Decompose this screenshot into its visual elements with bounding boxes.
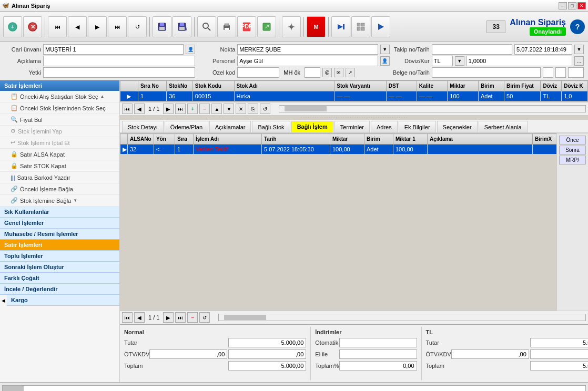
help-button[interactable]: ? <box>570 19 585 34</box>
upper-remove-btn[interactable]: − <box>199 104 210 114</box>
takip-tarih-input[interactable] <box>514 44 572 55</box>
at-btn[interactable]: @ <box>322 68 332 77</box>
tab-terminler[interactable]: Terminler <box>334 121 370 132</box>
personel-input[interactable] <box>237 56 378 66</box>
arrow-right-button[interactable] <box>331 16 350 37</box>
lower-refresh-btn[interactable]: ↺ <box>199 312 210 323</box>
cari-unvani-btn[interactable]: 👤 <box>186 45 195 54</box>
sidebar-group-kargo[interactable]: Kargo <box>7 295 119 306</box>
sidebar-item-stok-islem[interactable]: ⚙ Stok İşlemini Yap <box>0 126 119 137</box>
summary-otomatik-value[interactable] <box>339 338 417 347</box>
grid-button[interactable] <box>351 16 370 37</box>
minimize-button[interactable]: ─ <box>559 2 567 9</box>
sidebar-group-incele[interactable]: İncele / Değerlendir <box>0 284 119 295</box>
sidebar-group-sik[interactable]: Sık Kullanılanlar <box>0 207 119 218</box>
belge-tarih1[interactable] <box>543 67 553 78</box>
save-button[interactable] <box>153 16 171 37</box>
nokta-input[interactable] <box>237 44 378 55</box>
sidebar-item-fiyat-bul[interactable]: 🔍 Fiyat Bul <box>0 114 119 126</box>
summary-tl-tutar-value[interactable] <box>530 338 588 347</box>
share-btn[interactable]: ↗ <box>346 68 355 77</box>
upper-last-btn[interactable]: ⏭ <box>175 104 186 114</box>
play-button[interactable]: ▶ <box>88 16 107 37</box>
upper-up-btn[interactable]: ▲ <box>211 104 222 114</box>
close-button[interactable]: ✕ <box>577 2 586 9</box>
lower-table-row[interactable]: ▶ 32 <- 1 Verilen Teklif 5.07.2022 18:05… <box>120 145 557 155</box>
maximize-button[interactable]: □ <box>568 2 576 9</box>
belge-tarih3[interactable] <box>568 67 584 78</box>
mrp-button[interactable]: MRP/ <box>559 156 586 164</box>
sidebar-group-sonraki[interactable]: Sonraki İşlem Oluştur <box>0 262 119 273</box>
upper-prev-btn[interactable]: ◀ <box>134 104 145 114</box>
belge-no-input[interactable] <box>432 67 541 78</box>
summary-tl-toplam-value[interactable] <box>530 361 588 371</box>
kur-btn[interactable]: … <box>574 56 584 66</box>
takip-tarih-btn[interactable]: ▼ <box>574 45 584 54</box>
sidebar-item-stok-kapat[interactable]: 🔒 Satır STOK Kapat <box>0 160 119 172</box>
lower-prev-btn[interactable]: ◀ <box>134 312 145 323</box>
summary-tl-otv-v1[interactable] <box>451 349 529 359</box>
export-button[interactable]: ↗ <box>257 16 276 37</box>
tab-bagli-stok[interactable]: Bağlı Stok <box>252 121 290 132</box>
refresh-button[interactable]: ↺ <box>128 16 147 37</box>
takip-input[interactable] <box>432 44 512 55</box>
lower-h-scrollbar[interactable] <box>218 314 586 321</box>
tab-serbest-alanla[interactable]: Serbest Alanla <box>479 121 528 132</box>
tab-bagli-islem[interactable]: Bağlı İşlem <box>291 121 333 132</box>
next-button[interactable]: ⏭ <box>108 16 127 37</box>
cari-unvani-input[interactable] <box>43 44 184 55</box>
upper-table-row[interactable]: ▶ 1 36 00015 Hırka — — — — — — 100 Adet … <box>120 91 588 101</box>
summary-el-ile-value[interactable] <box>339 349 417 359</box>
mh-ok-input[interactable] <box>305 67 320 78</box>
tab-aciklamalar[interactable]: Açıklamalar <box>209 121 251 132</box>
lower-next-btn[interactable]: ▶ <box>163 312 174 323</box>
sidebar-group-satir[interactable]: Satır İşlemleri <box>0 240 119 251</box>
yetki-input[interactable] <box>43 67 195 78</box>
print-button[interactable] <box>217 16 236 37</box>
tab-odeme-plan[interactable]: Ödeme/Plan <box>165 121 208 132</box>
summary-normal-otv-v1[interactable] <box>149 349 227 359</box>
status-scrollbar[interactable] <box>2 385 586 392</box>
tab-ek-bilgiler[interactable]: Ek Bilgiler <box>399 121 436 132</box>
doviz-btn[interactable]: ▼ <box>455 56 464 66</box>
prev-button[interactable]: ◀ <box>68 16 87 37</box>
doviz-input[interactable] <box>432 56 453 66</box>
tab-stok-detay[interactable]: Stok Detayı <box>122 121 164 132</box>
upper-delete-btn[interactable]: ✕ <box>236 104 246 114</box>
upper-add-btn[interactable]: + <box>187 104 198 114</box>
search-button[interactable] <box>197 16 216 37</box>
summary-tl-otv-v2[interactable] <box>530 349 588 359</box>
kur-input[interactable] <box>467 56 572 66</box>
upper-down-btn[interactable]: ▼ <box>224 104 234 114</box>
once-button[interactable]: Önce <box>559 136 586 145</box>
lower-last-btn[interactable]: ⏭ <box>175 312 186 323</box>
upper-copy-btn[interactable]: ⎘ <box>248 104 258 114</box>
sidebar-item-alsa-kapat[interactable]: 🔒 Satır ALSA Kapat <box>0 149 119 160</box>
m-button[interactable]: M <box>307 16 326 37</box>
summary-normal-otv-v2[interactable] <box>228 349 306 359</box>
lower-remove-btn[interactable]: − <box>187 312 198 323</box>
sidebar-item-prev-satis[interactable]: 📋 Önceki Alış Satışdan Stok Seç ▲ <box>0 91 119 102</box>
sidebar-item-prev-stok[interactable]: 📋 Önceki Stok İşleminden Stok Seç <box>0 102 119 114</box>
save2-button[interactable]: + <box>173 16 191 37</box>
upper-refresh-btn[interactable]: ↺ <box>260 104 270 114</box>
summary-normal-tutar-value[interactable] <box>228 338 306 347</box>
email-btn[interactable]: ✉ <box>334 68 343 77</box>
lower-first-btn[interactable]: ⏮ <box>122 312 133 323</box>
delete-button[interactable]: ✕ <box>23 16 42 37</box>
aciklama-input[interactable] <box>43 56 195 66</box>
sidebar-group-genel[interactable]: Genel İşlemler <box>0 218 119 229</box>
belge-tarih2[interactable] <box>555 67 566 78</box>
upper-first-btn[interactable]: ⏮ <box>122 104 133 114</box>
upper-next-btn[interactable]: ▶ <box>163 104 174 114</box>
new-button[interactable]: + <box>3 16 22 37</box>
tab-secenekler[interactable]: Seçenekler <box>437 121 478 132</box>
first-button[interactable]: ⏮ <box>48 16 67 37</box>
sidebar-scroll-left[interactable]: ◀ <box>0 297 7 304</box>
sidebar-group-farkli[interactable]: Farklı Çoğalt <box>0 273 119 284</box>
sidebar-group-toplu[interactable]: Toplu İşlemler <box>0 251 119 262</box>
play2-button[interactable] <box>371 16 390 37</box>
tab-adres[interactable]: Adres <box>371 121 398 132</box>
personel-btn[interactable]: 👤 <box>380 56 390 66</box>
sidebar-item-onceki-bagla[interactable]: 🔗 Önceki İşleme Bağla <box>0 183 119 195</box>
